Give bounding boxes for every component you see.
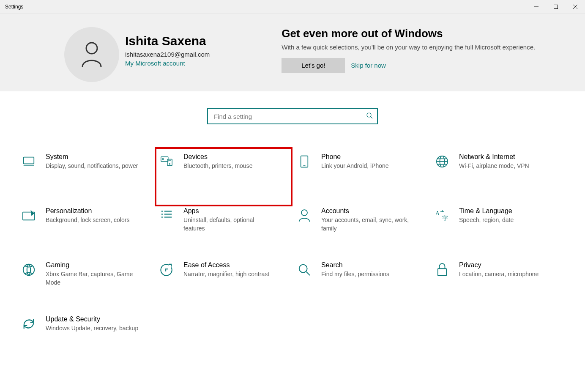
tile-text: AppsUninstall, defaults, optional featur… (183, 207, 276, 260)
tile-desc: Location, camera, microphone (459, 270, 539, 278)
window-title: Settings (0, 4, 23, 10)
user-email: ishitasaxena2109@gmail.com (125, 51, 210, 58)
network-icon (434, 153, 451, 170)
tile-title: Personalization (46, 207, 129, 215)
category-grid: SystemDisplay, sound, notifications, pow… (0, 124, 585, 368)
lets-go-button[interactable]: Let's go! (282, 58, 345, 73)
tile-text: DevicesBluetooth, printers, mouse (183, 153, 252, 206)
tile-desc: Wi-Fi, airplane mode, VPN (459, 162, 529, 170)
tile-text: Update & SecurityWindows Update, recover… (46, 315, 138, 368)
category-system[interactable]: SystemDisplay, sound, notifications, pow… (17, 151, 155, 206)
promo-section: Get even more out of Windows With a few … (282, 27, 535, 91)
svg-point-30 (301, 210, 307, 216)
tile-text: Time & LanguageSpeech, region, date (459, 207, 514, 260)
category-time[interactable]: A字Time & LanguageSpeech, region, date (430, 206, 568, 260)
svg-line-35 (306, 272, 310, 275)
window-controls (527, 0, 585, 13)
tile-title: Apps (183, 207, 276, 215)
svg-rect-1 (554, 5, 558, 8)
my-account-link[interactable]: My Microsoft account (125, 60, 210, 67)
gaming-icon (20, 261, 37, 278)
ease-icon (158, 261, 175, 278)
update-icon (20, 315, 37, 332)
svg-line-6 (371, 117, 372, 118)
avatar[interactable] (64, 27, 119, 82)
searchcat-icon (296, 261, 313, 278)
tile-desc: Background, lock screen, colors (46, 216, 129, 224)
tile-text: AccountsYour accounts, email, sync, work… (321, 207, 414, 260)
category-apps[interactable]: AppsUninstall, defaults, optional featur… (155, 206, 292, 260)
person-icon (81, 41, 103, 68)
tile-desc: Display, sound, notifications, power (46, 162, 138, 170)
tile-desc: Windows Update, recovery, backup (46, 324, 138, 332)
tile-title: System (46, 153, 138, 161)
promo-desc: With a few quick selections, you'll be o… (282, 43, 535, 52)
devices-icon (158, 153, 175, 170)
tile-title: Ease of Access (183, 261, 269, 269)
search-icon[interactable] (366, 112, 373, 121)
tile-text: SystemDisplay, sound, notifications, pow… (46, 153, 138, 206)
category-searchcat[interactable]: SearchFind my files, permissions (292, 260, 430, 314)
phone-icon (296, 153, 313, 170)
tile-text: PersonalizationBackground, lock screen, … (46, 207, 129, 260)
system-icon (20, 153, 37, 170)
tile-title: Search (321, 261, 389, 269)
header-area: Ishita Saxena ishitasaxena2109@gmail.com… (0, 14, 585, 91)
tile-desc: Narrator, magnifier, high contrast (183, 270, 269, 278)
tile-desc: Xbox Game Bar, captures, Game Mode (46, 270, 139, 287)
privacy-icon (434, 261, 451, 278)
tile-desc: Bluetooth, printers, mouse (183, 162, 252, 170)
category-ease[interactable]: Ease of AccessNarrator, magnifier, high … (155, 260, 292, 314)
svg-rect-36 (438, 269, 446, 276)
personalization-icon (20, 207, 37, 224)
minimize-button[interactable] (527, 0, 546, 13)
tile-title: Gaming (46, 261, 139, 269)
tile-text: Ease of AccessNarrator, magnifier, high … (183, 261, 269, 314)
category-update[interactable]: Update & SecurityWindows Update, recover… (17, 314, 155, 368)
tile-title: Phone (321, 153, 389, 161)
category-accounts[interactable]: AccountsYour accounts, email, sync, work… (292, 206, 430, 260)
tile-title: Time & Language (459, 207, 514, 215)
apps-icon (158, 207, 175, 224)
user-info: Ishita Saxena ishitasaxena2109@gmail.com… (125, 27, 210, 91)
tile-desc: Link your Android, iPhone (321, 162, 389, 170)
close-button[interactable] (566, 0, 585, 13)
promo-title: Get even more out of Windows (282, 27, 535, 40)
tile-text: PhoneLink your Android, iPhone (321, 153, 389, 206)
search-box[interactable] (207, 108, 378, 124)
skip-link[interactable]: Skip for now (351, 62, 386, 69)
tile-desc: Find my files, permissions (321, 270, 389, 278)
tile-text: GamingXbox Game Bar, captures, Game Mode (46, 261, 139, 314)
tile-title: Privacy (459, 261, 539, 269)
svg-rect-7 (24, 157, 34, 164)
tile-title: Devices (183, 153, 252, 161)
svg-point-5 (367, 113, 371, 117)
tile-title: Update & Security (46, 315, 138, 323)
category-phone[interactable]: PhoneLink your Android, iPhone (292, 151, 430, 206)
tile-title: Network & Internet (459, 153, 529, 161)
user-name: Ishita Saxena (125, 34, 210, 48)
tile-text: PrivacyLocation, camera, microphone (459, 261, 539, 314)
tile-desc: Your accounts, email, sync, work, family (321, 216, 414, 233)
category-devices[interactable]: DevicesBluetooth, printers, mouse (155, 147, 292, 206)
svg-text:字: 字 (442, 215, 448, 222)
category-privacy[interactable]: PrivacyLocation, camera, microphone (430, 260, 568, 314)
svg-point-13 (169, 164, 170, 164)
category-network[interactable]: Network & InternetWi-Fi, airplane mode, … (430, 151, 568, 206)
tile-desc: Speech, region, date (459, 216, 514, 224)
svg-text:A: A (435, 210, 440, 217)
tile-text: SearchFind my files, permissions (321, 261, 389, 314)
tile-text: Network & InternetWi-Fi, airplane mode, … (459, 153, 529, 206)
titlebar: Settings (0, 0, 585, 14)
svg-point-34 (299, 265, 307, 273)
promo-actions: Let's go! Skip for now (282, 58, 535, 73)
category-gaming[interactable]: GamingXbox Game Bar, captures, Game Mode (17, 260, 155, 314)
accounts-icon (296, 207, 313, 224)
maximize-button[interactable] (546, 0, 566, 13)
search-input[interactable] (214, 113, 366, 120)
search-wrap (0, 108, 585, 124)
svg-point-4 (86, 43, 97, 54)
category-personalization[interactable]: PersonalizationBackground, lock screen, … (17, 206, 155, 260)
tile-desc: Uninstall, defaults, optional features (183, 216, 276, 233)
tile-title: Accounts (321, 207, 414, 215)
